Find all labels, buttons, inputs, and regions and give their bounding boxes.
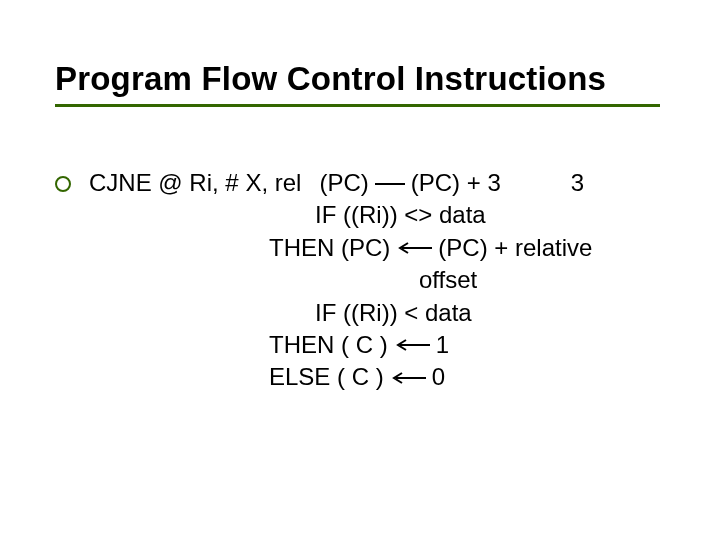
- indent-block-2: IF ((Ri)) < data THEN ( C ) 1: [89, 297, 680, 394]
- body: CJNE @ Ri, # X, rel (PC) (PC) + 3 3 IF (…: [55, 167, 680, 394]
- line-if-lt: IF ((Ri)) < data: [269, 297, 680, 329]
- arrow-left-icon: [394, 241, 434, 255]
- line-else-c: ELSE ( C ) 0: [269, 361, 680, 393]
- instr-prefix: CJNE @ Ri, # X, rel: [89, 167, 301, 199]
- else-c-rhs: 0: [432, 361, 445, 393]
- arrow-left-icon: [392, 338, 432, 352]
- arrow-left-icon: [388, 371, 428, 385]
- then-pc-rhs: (PC) + relative: [438, 232, 592, 264]
- line-offset: offset: [89, 264, 680, 296]
- line-if-ne: IF ((Ri)) <> data: [269, 199, 680, 231]
- page-title: Program Flow Control Instructions: [55, 60, 680, 98]
- title-underline: [55, 104, 660, 107]
- indent-block: IF ((Ri)) <> data THEN (PC) (PC) + relat…: [89, 199, 680, 264]
- pc-lhs: (PC): [319, 167, 368, 199]
- line-then-pc: THEN (PC) (PC) + relative: [269, 232, 680, 264]
- line-then-c: THEN ( C ) 1: [269, 329, 680, 361]
- bullet-icon: [55, 176, 71, 192]
- slide: Program Flow Control Instructions CJNE @…: [0, 0, 720, 540]
- then-pc-lhs: THEN (PC): [269, 232, 390, 264]
- bullet-row: CJNE @ Ri, # X, rel (PC) (PC) + 3 3 IF (…: [55, 167, 680, 394]
- offset-word: offset: [419, 264, 477, 296]
- line-instr: CJNE @ Ri, # X, rel (PC) (PC) + 3 3: [89, 167, 680, 199]
- pc-rhs: (PC) + 3: [411, 167, 501, 199]
- arrow-left-icon: [373, 177, 407, 191]
- bullet-content: CJNE @ Ri, # X, rel (PC) (PC) + 3 3 IF (…: [89, 167, 680, 394]
- then-c-rhs: 1: [436, 329, 449, 361]
- else-c-lhs: ELSE ( C ): [269, 361, 384, 393]
- then-c-lhs: THEN ( C ): [269, 329, 388, 361]
- title-block: Program Flow Control Instructions: [55, 60, 680, 107]
- if-ri-lt: IF ((Ri)) < data: [269, 297, 472, 329]
- if-ri-ne: IF ((Ri)) <> data: [269, 199, 486, 231]
- cycle-count: 3: [571, 167, 584, 199]
